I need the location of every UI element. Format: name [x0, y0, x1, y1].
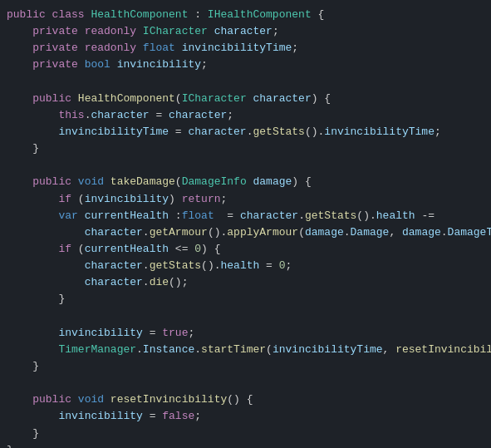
code-line-17: character.die(); [0, 274, 491, 291]
code-line-19 [0, 308, 491, 325]
token-dot9: . [441, 224, 448, 241]
token-readonly: readonly [85, 23, 143, 40]
token-class: class [52, 7, 91, 23]
token-semi9: ; [194, 408, 201, 425]
code-line-2: private readonly ICharacter character; [0, 23, 491, 40]
token-float2: float [182, 208, 214, 224]
token-char-field: character [91, 107, 149, 124]
token-indent [7, 40, 32, 57]
code-line-18: } [0, 291, 491, 308]
token-dot13: . [136, 342, 143, 358]
token-indent2f [7, 291, 58, 308]
token-dmginfo: DamageInfo [182, 174, 247, 190]
token-dot5: . [370, 208, 376, 224]
token-indent [7, 426, 32, 442]
token-dot4: . [298, 208, 305, 224]
token-paren2: () [356, 208, 370, 224]
code-line-25: invincibility = false; [0, 408, 491, 425]
token-lparen2: ( [175, 174, 182, 190]
code-line-23 [0, 375, 491, 391]
token-invinc3: invincibility [58, 325, 142, 342]
token-semi6: ; [220, 191, 227, 208]
token-damage-param: damage [247, 174, 292, 190]
token-colon3: : [175, 208, 182, 224]
token-indent2e [7, 241, 58, 258]
token-indent [7, 140, 32, 157]
token-semi8: ; [188, 325, 194, 342]
token-cbrace2: } [58, 291, 65, 308]
token-dot10: . [143, 258, 150, 274]
code-line-3: private readonly float invincibilityTime… [0, 40, 491, 57]
token-semi4: ; [227, 107, 233, 124]
token-dot6: . [143, 224, 150, 241]
code-line-9: } [0, 140, 491, 157]
token-timermgr: TimerManager [58, 342, 136, 358]
code-line-27: } [0, 442, 491, 448]
token-semi2: ; [292, 40, 298, 57]
token-dot2: . [247, 124, 253, 140]
token-paren3: () [208, 224, 221, 241]
code-line-16: character.getStats().health = 0; [0, 258, 491, 274]
code-line-7: this.character = character; [0, 107, 491, 124]
token-invinc4: invincibility [58, 408, 142, 425]
token-lparen5: ( [78, 241, 85, 258]
token-indent2 [7, 107, 58, 124]
token-applyarmour: applyArmour [227, 224, 298, 241]
token-invinc: invincibility [110, 57, 201, 73]
token-invtime3: invincibilityTime [324, 124, 435, 140]
token-char4: character [85, 224, 143, 241]
code-line-24: public void resetInvincibility() { [0, 391, 491, 408]
token-getstats2: getStats [305, 208, 356, 224]
code-line-1: public class HealthComponent : IHealthCo… [0, 7, 491, 23]
token-bool: bool [85, 57, 110, 73]
token-resetinvinc-fn: resetInvincibility [110, 391, 227, 408]
token-eq1: = [150, 107, 169, 124]
token-rparen: ) { [312, 91, 331, 107]
token-this: this [58, 107, 84, 124]
token-indent [7, 23, 32, 40]
token-lteq: <= [169, 241, 194, 258]
token-dmgdmg: Damage [351, 224, 390, 241]
token-cbrace1: } [32, 140, 39, 157]
token-invinc2: invincibility [85, 191, 169, 208]
token-char3: character [240, 208, 298, 224]
code-line-11: public void takeDamage(DamageInfo damage… [0, 174, 491, 190]
token-indent [7, 174, 32, 190]
token-damage2: damage [402, 224, 441, 241]
token-invtime2: invincibilityTime [58, 124, 169, 140]
token-private3: private [32, 57, 84, 73]
token-indent [7, 358, 32, 375]
token-paren5: (); [169, 274, 188, 291]
token-classname: HealthComponent [91, 7, 188, 23]
token-false: false [162, 408, 194, 425]
token-interface: IHealthComponent [208, 7, 312, 23]
code-line-14: character.getArmour().applyArmour(damage… [0, 224, 491, 241]
token-invtime4: invincibilityTime [273, 342, 383, 358]
token-indent [7, 91, 32, 107]
token-invtime: invincibilityTime [175, 40, 292, 57]
token-indent2d [7, 208, 58, 224]
token-comma2: , [383, 342, 396, 358]
code-line-5 [0, 74, 491, 91]
token-void1: void [78, 174, 110, 190]
token-public: public [7, 7, 52, 23]
token-indent2c [7, 191, 58, 208]
token-curhealth: currentHealth [78, 208, 169, 224]
token-icharacter: ICharacter [143, 23, 208, 40]
token-void2: void [78, 391, 110, 408]
token-char6: character [85, 274, 143, 291]
token-cbrace3: } [32, 358, 39, 375]
token-pub4: public [32, 391, 78, 408]
token-die: die [150, 274, 169, 291]
token-curhealth2: currentHealth [85, 241, 169, 258]
token-brace: { [312, 7, 325, 23]
token-ichar2: ICharacter [182, 91, 247, 107]
token-true: true [162, 325, 188, 342]
token-eq2: = [169, 124, 188, 140]
token-colon2 [169, 208, 175, 224]
token-lparen: ( [175, 91, 182, 107]
token-getstats3: getStats [150, 258, 201, 274]
token-semi: ; [273, 23, 279, 40]
code-line-22: } [0, 358, 491, 375]
token-character: character [208, 23, 273, 40]
